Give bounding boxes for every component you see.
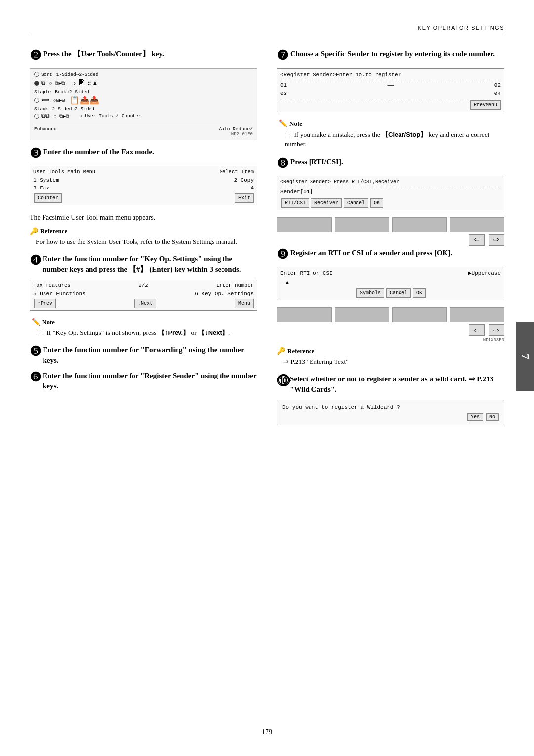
duplex-label1: ○⊟▶⊟ (53, 97, 65, 103)
wildcard-yes-btn[interactable]: Yes (467, 413, 483, 421)
step3-text: Enter the number of the Fax mode. (43, 147, 154, 157)
step4-note-text: If "Key Op. Settings" is not shown, pres… (46, 329, 230, 336)
note-checkbox-2 (285, 133, 290, 138)
step4-number: ❹ (30, 254, 41, 268)
step7-note-content: If you make a mistake, press the 【Clear/… (279, 130, 504, 150)
step4-title-mid: 2/2 (139, 282, 148, 290)
step3-r1-right: 2 Copy (234, 176, 254, 185)
step8-btn2[interactable]: Receiver (311, 198, 342, 208)
step6-number: ❻ (30, 371, 41, 385)
col-right: ❼ Choose a Specific Sender to register b… (277, 49, 504, 432)
left-arrow-btn2[interactable]: ⇦ (469, 324, 485, 336)
step4-heading: ❹ Enter the function number for "Key Op.… (30, 254, 257, 275)
autoreducelabel: Auto Reduce/ (219, 126, 253, 132)
gray-btn-7 (392, 307, 447, 322)
step6-heading: ❻ Enter the function number for "Registe… (30, 371, 257, 391)
step4-note-content: If "Key Op. Settings" is not shown, pres… (32, 328, 257, 338)
wildcard-no-btn[interactable]: No (486, 413, 499, 421)
step9-btn1[interactable]: Symbols (356, 288, 384, 298)
gray-btn-3 (392, 217, 447, 232)
step3-ref-heading: 🔑 Reference (30, 227, 257, 236)
step9-arrow-btns: ⇦ ⇨ (277, 324, 504, 336)
step10-screen: Do you want to register a Wildcard ? Yes… (277, 400, 504, 425)
step4-btn-left[interactable]: ↑Prev (34, 299, 56, 308)
step7-btn-right[interactable]: PrevMenu (470, 100, 501, 110)
step7-screen: <Register Sender>Enter no.to register 01… (277, 68, 504, 113)
step8-text: Press [RTI/CSI]. (290, 157, 343, 167)
step7-note-text: If you make a mistake, press the 【Clear/… (285, 131, 489, 148)
step8-screen: <Register Sender> Press RTI/CSI,Receiver… (277, 176, 504, 210)
copy-label1: ○ ⧉▶⧉ (49, 80, 65, 86)
enhanced-label: Enhanced (34, 126, 57, 132)
step9-number: ❾ (277, 248, 288, 262)
step3-r2-left: 3 Fax (33, 184, 49, 192)
step4-title-left: Fax Features (33, 282, 71, 290)
staple-label: Staple (34, 89, 51, 94)
sided-label2: 2-Sided→2-Sided (52, 106, 95, 112)
left-arrow-btn[interactable]: ⇦ (469, 234, 485, 246)
step4-screen-title: Fax Features 2/2 Enter number (33, 282, 254, 290)
key-icon2: 🔑 (277, 347, 285, 355)
stack-label: Stack (34, 106, 48, 112)
step9-text: Register an RTI or CSI of a sender and p… (290, 248, 452, 258)
step9-row1: Enter RTI or CSI (280, 269, 333, 278)
step9-ref-heading: 🔑 Reference (277, 347, 504, 355)
right-arrow-btn2[interactable]: ⇨ (489, 324, 504, 336)
step2-text: Press the 【User Tools/Counter】 key. (43, 49, 164, 59)
step9-dash: – (280, 279, 284, 287)
step10-heading: ⓾ Select whether or not to register a se… (277, 374, 504, 395)
step3-ref-label: Reference (40, 227, 67, 235)
step9-btn2[interactable]: Cancel (386, 288, 411, 298)
usertool-btn: ○ User Tools / Counter (79, 113, 141, 119)
step9-row1-container: Enter RTI or CSI ▶Uppercase (280, 269, 501, 278)
note-checkbox-1 (38, 331, 43, 336)
doc-icon1: 🖹 (78, 78, 86, 88)
step3-number: ❸ (30, 147, 41, 161)
step3-btn-right[interactable]: Exit (235, 193, 254, 203)
sort-label: Sort (41, 72, 52, 77)
step3-row1: 1 System 2 Copy (33, 176, 254, 185)
arrow-icon: ⇒ (71, 78, 76, 88)
step7-btns: placeholder PrevMenu (280, 99, 501, 110)
step7-row2: 03 04 (280, 90, 501, 98)
step4-btn-right[interactable]: Menu (235, 299, 254, 308)
step8-row1: Sender[01] (280, 188, 501, 196)
step5-heading: ❺ Enter the function number for "Forward… (30, 345, 257, 366)
step7-text: Choose a Specific Sender to register by … (290, 49, 495, 59)
step8-number: ❽ (277, 157, 288, 171)
step9-row2: ▶Uppercase (468, 269, 501, 278)
step8-btn4[interactable]: OK (370, 198, 383, 208)
dot-matrix: ∷ (88, 79, 91, 87)
wildcard-text: Do you want to register a Wildcard ? (282, 404, 499, 410)
step3-body: The Facsimile User Tool main menu appear… (30, 212, 257, 223)
icon-set: 📋📤📥 (70, 95, 99, 105)
page-number: 179 (262, 728, 273, 736)
step8-btn3[interactable]: Cancel (344, 198, 368, 208)
step4-btn-mid[interactable]: ↓Next (134, 299, 156, 308)
step9-reference: 🔑 Reference ⇒ P.213 "Entering Text" (277, 347, 504, 367)
step7-screen-title: <Register Sender>Enter no.to register (280, 71, 501, 81)
gray-btn-5 (277, 307, 332, 322)
step3-r1-left: 1 System (33, 176, 59, 185)
radio3 (34, 98, 39, 103)
step4-text: Enter the function number for "Key Op. S… (43, 254, 257, 275)
step9-btn3[interactable]: OK (413, 288, 426, 298)
step7-row1: 01 —— 02 (280, 81, 501, 90)
step3-ref-content: For how to use the System User Tools, re… (30, 237, 257, 247)
step9-cursor: ▲ (286, 279, 289, 287)
step9-gray-btns (277, 307, 504, 322)
gray-btn-1 (277, 217, 332, 232)
pages-label: ○ ⧉▶⧉ (54, 113, 69, 119)
key-icon: 🔑 (30, 227, 38, 236)
gray-btn-4 (450, 217, 505, 232)
step10-text: Select whether or not to register a send… (290, 374, 504, 395)
step8-btn1[interactable]: RTI/CSI (281, 198, 309, 208)
step9-btns: Symbols Cancel OK (280, 288, 501, 298)
step3-btn-left[interactable]: Counter (34, 193, 62, 203)
right-arrow-btn[interactable]: ⇨ (489, 234, 504, 246)
step4-r1-left: 5 User Functions (33, 290, 86, 298)
step6-text: Enter the function number for "Register … (43, 371, 257, 391)
person-icon: ♟ (93, 79, 97, 87)
step3-screen-title: User Tools Main Menu Select Item (33, 168, 254, 176)
step4-note-heading: ✏️ Note (32, 318, 257, 326)
